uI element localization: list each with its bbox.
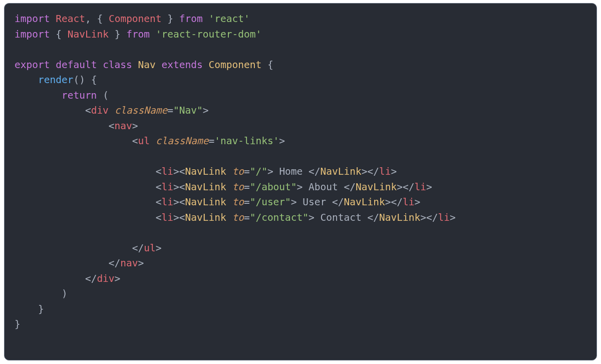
- angle: <: [109, 120, 115, 132]
- class-nav: Nav: [138, 59, 156, 71]
- kw-class: class: [103, 59, 132, 71]
- tag-li-close: li: [438, 212, 449, 223]
- kw-from: from: [179, 13, 203, 25]
- lbrace: {: [267, 59, 273, 71]
- kw-from: from: [126, 29, 150, 40]
- path-contact: "/contact": [250, 212, 309, 223]
- tag-navlink: NavLink: [185, 212, 226, 223]
- code-line-5: render() {: [15, 74, 97, 86]
- comma: ,: [85, 13, 91, 25]
- eq: =: [167, 105, 173, 116]
- tag-nav-close: nav: [120, 257, 138, 269]
- kw-import: import: [15, 29, 50, 40]
- tag-li-close: li: [379, 166, 391, 177]
- angle: <: [132, 135, 138, 147]
- code-line-li-2: <li><NavLink to="/user"> User </NavLink>…: [15, 196, 420, 208]
- code-line-6: return (: [15, 90, 109, 101]
- method-render: render: [38, 74, 73, 86]
- kw-return: return: [62, 90, 97, 101]
- kw-default: default: [56, 59, 97, 71]
- code-line-li-3: <li><NavLink to="/contact"> Contact </Na…: [15, 212, 456, 223]
- code-line-8: <nav>: [15, 120, 138, 132]
- tag-li: li: [162, 166, 173, 177]
- tag-navlink: NavLink: [185, 196, 226, 208]
- tag-navlink-close: NavLink: [379, 212, 420, 223]
- lparen: (: [103, 90, 109, 101]
- attr-classname: className: [156, 135, 209, 147]
- tag-li: li: [162, 181, 173, 193]
- tag-ul-close: ul: [144, 242, 155, 254]
- tag-div-close: div: [97, 273, 114, 284]
- attr-to: to: [232, 196, 243, 208]
- attr-classname: className: [115, 105, 168, 116]
- code-line-7: <div className="Nav">: [15, 105, 209, 116]
- rbrace: }: [167, 13, 173, 25]
- text-user: User: [297, 196, 332, 208]
- code-line-li-0: <li><NavLink to="/"> Home </NavLink></li…: [15, 166, 397, 177]
- path-about: "/about": [250, 181, 297, 193]
- str-navlinks: 'nav-links': [214, 135, 279, 147]
- rbrace: }: [115, 29, 121, 40]
- ident-component: Component: [109, 13, 162, 25]
- code-line-close-div: </div>: [15, 273, 120, 284]
- code-line-rbrace-method: }: [15, 303, 44, 315]
- ident-navlink: NavLink: [68, 29, 109, 40]
- code-block: import React, { Component } from 'react'…: [4, 3, 597, 360]
- angle: >: [279, 135, 285, 147]
- tag-ul: ul: [138, 135, 150, 147]
- tag-li: li: [162, 196, 173, 208]
- path-user: "/user": [250, 196, 291, 208]
- str-nav: "Nav": [173, 105, 203, 116]
- tag-navlink: NavLink: [185, 166, 226, 177]
- tag-li-close: li: [414, 181, 426, 193]
- angle: >: [203, 105, 209, 116]
- tag-navlink-close: NavLink: [321, 166, 362, 177]
- path-home: "/": [250, 166, 267, 177]
- lbrace: {: [97, 13, 103, 25]
- tag-navlink-close: NavLink: [344, 196, 385, 208]
- attr-to: to: [232, 166, 243, 177]
- code-line-close-nav: </nav>: [15, 257, 144, 269]
- str-router: 'react-router-dom': [156, 29, 261, 40]
- attr-to: to: [232, 181, 243, 193]
- tag-li-close: li: [403, 196, 414, 208]
- kw-extends: extends: [162, 59, 203, 71]
- code-line-2: import { NavLink } from 'react-router-do…: [15, 29, 261, 40]
- tag-div: div: [91, 105, 109, 116]
- ident-react: React: [56, 13, 85, 25]
- lbrace: {: [91, 74, 97, 86]
- kw-import: import: [15, 13, 50, 25]
- text-about: About: [303, 181, 344, 193]
- text-contact: Contact: [315, 212, 368, 223]
- tag-navlink-close: NavLink: [356, 181, 397, 193]
- lbrace: {: [56, 29, 62, 40]
- kw-export: export: [15, 59, 50, 71]
- code-line-rparen: ): [15, 288, 68, 299]
- eq: =: [208, 135, 214, 147]
- tag-nav: nav: [115, 120, 132, 132]
- code-line-li-1: <li><NavLink to="/about"> About </NavLin…: [15, 181, 432, 193]
- angle: >: [132, 120, 138, 132]
- text-home: Home: [273, 166, 309, 177]
- code-line-rbrace-class: }: [15, 318, 21, 330]
- code-line-close-ul: </ul>: [15, 242, 162, 254]
- tag-li: li: [162, 212, 173, 223]
- str-react: 'react': [209, 13, 250, 25]
- attr-to: to: [232, 212, 243, 223]
- class-component: Component: [209, 59, 262, 71]
- code-line-1: import React, { Component } from 'react': [15, 13, 250, 25]
- tag-navlink: NavLink: [185, 181, 226, 193]
- code-line-4: export default class Nav extends Compone…: [15, 59, 273, 71]
- angle: <: [85, 105, 91, 116]
- parens: (): [73, 74, 85, 86]
- code-line-9: <ul className='nav-links'>: [15, 135, 285, 147]
